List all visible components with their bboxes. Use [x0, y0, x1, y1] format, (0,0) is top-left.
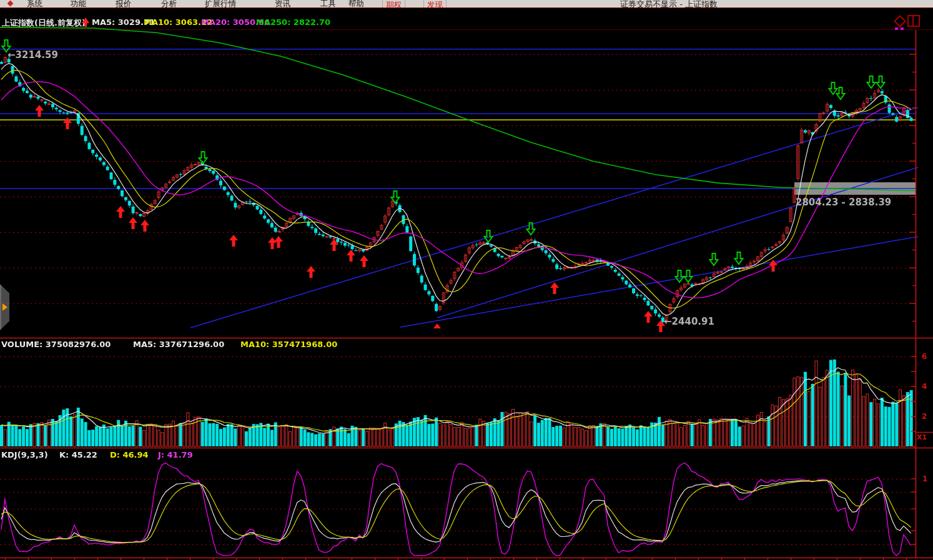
volume-value: VOLUME: 375082976.00: [1, 340, 111, 349]
kdj-j-value: J: 41.79: [158, 450, 193, 459]
buy-signal-legend-icon: [82, 17, 89, 23]
kdj-k-value: K: 45.22: [59, 450, 97, 459]
chart-canvas[interactable]: [0, 0, 933, 560]
period-low-label: ←2440.91: [664, 316, 714, 327]
app-logo-icon: [6, 1, 16, 7]
menu-item-tools[interactable]: 工具: [320, 0, 336, 8]
menu-item-extended-quotes[interactable]: 扩展行情: [205, 0, 236, 8]
kdj-d-value: D: 46.94: [110, 450, 149, 459]
menu-bar: 系统 功能 报价 分析 扩展行情 资讯 工具 帮助 期权 发现 证券交易不显示 …: [0, 0, 933, 8]
kdj-indicator-name: KDJ(9,3,3): [1, 450, 48, 459]
expand-arrow-icon: [2, 303, 7, 311]
stock-app-window: 系统 功能 报价 分析 扩展行情 资讯 工具 帮助 期权 发现 证券交易不显示 …: [0, 0, 933, 560]
volume-ma10-value: MA10: 357471968.00: [240, 340, 337, 349]
gap-range-label: 2804.23 - 2838.39: [796, 197, 891, 208]
menu-item-discover[interactable]: 发现: [423, 0, 447, 8]
period-high-label: ←3214.59: [7, 49, 58, 61]
vol-axis-multiplier: X1: [917, 433, 927, 441]
menu-item-help[interactable]: 帮助: [348, 0, 364, 8]
volume-ma5-value: MA5: 337671296.00: [133, 340, 224, 349]
menu-item-options[interactable]: 期权: [382, 0, 405, 8]
ma250-value: MA250: 2822.70: [256, 17, 330, 27]
menu-item-function[interactable]: 功能: [71, 0, 86, 8]
split-window-icon[interactable]: [907, 15, 920, 27]
window-title: 证券交易不显示 - 上证指数: [620, 0, 718, 8]
menu-item-quote[interactable]: 报价: [116, 0, 131, 8]
menu-item-analysis[interactable]: 分析: [161, 0, 177, 8]
kdj-axis-tick-100: 1: [922, 474, 927, 483]
menu-item-system[interactable]: 系统: [27, 0, 42, 8]
symbol-title: 上证指数(日线.前复权): [2, 17, 86, 29]
magenta-dot-icon: [895, 27, 898, 30]
magenta-dot-icon: [901, 27, 904, 30]
menu-item-news[interactable]: 资讯: [275, 0, 290, 8]
vol-axis-tick-6: 6: [922, 352, 927, 361]
vol-axis-tick-2: 2: [922, 412, 927, 421]
vol-axis-tick-4: 4: [922, 382, 927, 391]
